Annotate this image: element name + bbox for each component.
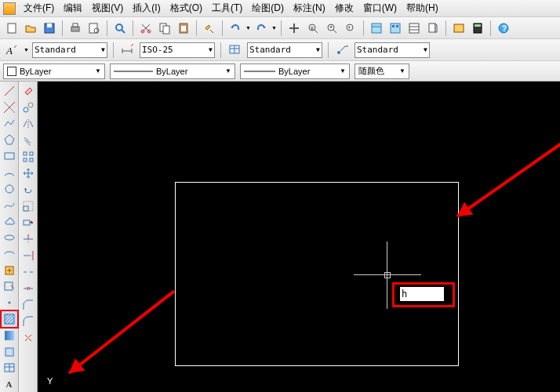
stretch-icon[interactable] xyxy=(20,215,36,230)
ellipse-icon[interactable] xyxy=(2,230,17,245)
menu-modify[interactable]: 修改 xyxy=(330,2,358,15)
hatch-icon[interactable] xyxy=(2,311,17,327)
separator xyxy=(133,20,133,36)
find-icon[interactable] xyxy=(111,20,129,37)
lineweight-dropdown[interactable]: ByLayer▼ xyxy=(240,64,350,79)
svg-marker-51 xyxy=(5,135,14,144)
matchprop-icon[interactable] xyxy=(201,20,218,37)
cut-icon[interactable] xyxy=(137,20,155,37)
break-icon[interactable] xyxy=(20,264,36,280)
help-icon[interactable]: ? xyxy=(495,20,512,37)
dropdown-arrow-icon[interactable]: ▼ xyxy=(24,47,29,53)
save-icon[interactable] xyxy=(41,20,58,37)
mtext-icon[interactable]: A xyxy=(2,376,17,392)
explode-icon[interactable] xyxy=(20,330,36,346)
arc-icon[interactable] xyxy=(2,165,17,180)
spline-icon[interactable] xyxy=(2,198,17,213)
undo-dropdown-icon[interactable]: ▼ xyxy=(245,25,251,31)
tool-palette-icon[interactable] xyxy=(405,20,423,37)
mleader-style-icon[interactable] xyxy=(334,42,351,59)
plotstyle-dropdown[interactable]: 随颜色▼ xyxy=(355,64,409,79)
zoom-realtime-icon[interactable]: ± xyxy=(304,20,322,37)
print-preview-icon[interactable] xyxy=(85,20,103,37)
separator xyxy=(328,42,329,58)
move-icon[interactable] xyxy=(20,165,36,181)
circle-icon[interactable] xyxy=(2,181,17,197)
table-style-icon[interactable] xyxy=(227,42,244,59)
text-style-dropdown[interactable]: Standard▼ xyxy=(32,42,107,58)
menu-window[interactable]: 窗口(W) xyxy=(358,2,402,15)
color-dropdown[interactable]: ByLayer▼ xyxy=(3,64,105,79)
rectangle-icon[interactable] xyxy=(2,148,17,164)
dim-style-dropdown[interactable]: ISO-25▼ xyxy=(140,42,215,58)
line-icon[interactable] xyxy=(2,83,17,99)
main-area: A Y xyxy=(0,82,560,392)
revcloud-icon[interactable] xyxy=(2,213,17,229)
app-icon xyxy=(3,2,16,15)
new-icon[interactable] xyxy=(3,20,20,37)
markup-icon[interactable] xyxy=(450,20,467,37)
array-icon[interactable] xyxy=(20,149,36,165)
polygon-icon[interactable] xyxy=(2,132,17,147)
redo-icon[interactable] xyxy=(253,20,270,37)
menu-dimension[interactable]: 标注(N) xyxy=(289,2,330,15)
ellipse-arc-icon[interactable] xyxy=(2,246,17,262)
polyline-icon[interactable] xyxy=(2,116,17,132)
svg-line-59 xyxy=(5,314,8,318)
print-icon[interactable] xyxy=(67,20,84,37)
offset-icon[interactable] xyxy=(20,132,36,148)
copy-icon[interactable] xyxy=(156,20,173,37)
open-icon[interactable] xyxy=(22,20,39,37)
zoom-previous-icon[interactable] xyxy=(342,20,359,37)
undo-icon[interactable] xyxy=(227,20,244,37)
svg-line-44 xyxy=(340,46,345,51)
scale-icon[interactable] xyxy=(20,198,36,214)
region-icon[interactable] xyxy=(2,344,17,360)
join-icon[interactable] xyxy=(20,281,36,296)
fillet-icon[interactable] xyxy=(20,314,36,329)
properties-icon[interactable] xyxy=(368,20,385,37)
svg-rect-76 xyxy=(24,206,28,211)
menu-format[interactable]: 格式(O) xyxy=(165,2,207,15)
menu-insert[interactable]: 插入(I) xyxy=(128,2,165,15)
insert-block-icon[interactable] xyxy=(2,263,17,278)
designcenter-icon[interactable] xyxy=(387,20,404,37)
text-style-icon[interactable]: A xyxy=(3,42,20,59)
calculator-icon[interactable] xyxy=(469,20,486,37)
pan-icon[interactable] xyxy=(285,20,303,37)
svg-line-62 xyxy=(8,318,14,324)
annotation-arrow xyxy=(68,290,175,375)
erase-icon[interactable] xyxy=(20,83,36,99)
dim-style-icon[interactable] xyxy=(119,42,136,59)
trim-icon[interactable] xyxy=(20,231,36,247)
extend-icon[interactable] xyxy=(20,248,36,263)
svg-point-7 xyxy=(116,24,122,31)
make-block-icon[interactable] xyxy=(2,279,17,295)
xline-icon[interactable] xyxy=(2,100,17,115)
zoom-window-icon[interactable]: + xyxy=(323,20,340,37)
dynamic-input[interactable] xyxy=(400,287,444,301)
menu-help[interactable]: 帮助(H) xyxy=(402,2,443,15)
mleader-style-dropdown[interactable]: Standard▼ xyxy=(355,42,430,58)
svg-text:?: ? xyxy=(502,24,507,33)
copy-obj-icon[interactable] xyxy=(20,100,36,115)
rotate-icon[interactable] xyxy=(20,182,36,198)
point-icon[interactable] xyxy=(2,295,17,310)
mirror-icon[interactable] xyxy=(20,116,36,132)
svg-rect-64 xyxy=(5,331,14,340)
separator xyxy=(196,20,197,36)
sheet-set-icon[interactable] xyxy=(424,20,442,37)
menu-edit[interactable]: 编辑 xyxy=(59,2,87,15)
menu-tools[interactable]: 工具(T) xyxy=(207,2,247,15)
chamfer-icon[interactable] xyxy=(20,297,36,313)
menu-file[interactable]: 文件(F) xyxy=(19,2,59,15)
paste-icon[interactable] xyxy=(175,20,192,37)
table-icon[interactable] xyxy=(2,361,17,376)
linetype-dropdown[interactable]: ByLayer▼ xyxy=(110,64,235,79)
drawing-canvas[interactable]: Y xyxy=(38,82,560,392)
menu-view[interactable]: 视图(V) xyxy=(87,2,128,15)
redo-dropdown-icon[interactable]: ▼ xyxy=(271,25,277,31)
table-style-dropdown[interactable]: Standard▼ xyxy=(247,42,322,58)
gradient-icon[interactable] xyxy=(2,328,17,343)
menu-draw[interactable]: 绘图(D) xyxy=(247,2,289,15)
